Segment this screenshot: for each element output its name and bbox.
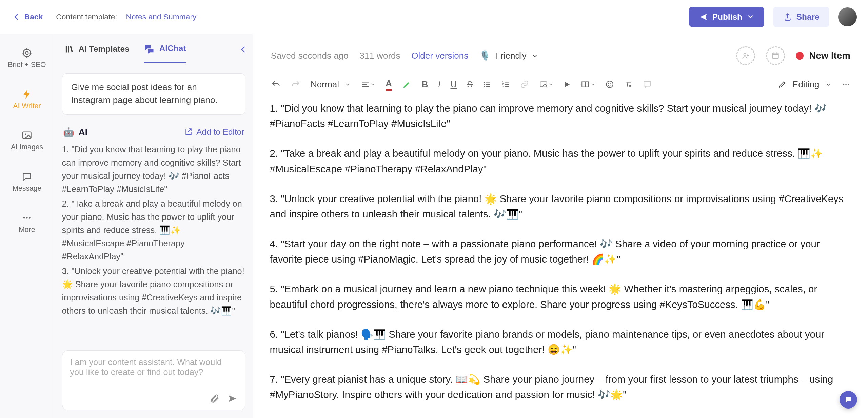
import-icon — [184, 128, 193, 137]
document-body[interactable]: 1. "Did you know that learning to play t… — [270, 101, 851, 417]
person-plus-icon — [741, 51, 750, 60]
clear-format-button[interactable] — [624, 80, 633, 89]
chevron-down-icon — [825, 81, 832, 88]
tab-ai-templates[interactable]: AI Templates — [64, 43, 130, 63]
nav-ai-writer[interactable]: AI Writer — [0, 85, 54, 113]
chat-icon — [844, 396, 852, 404]
nav-more[interactable]: More — [0, 209, 54, 237]
older-versions-link[interactable]: Older versions — [411, 50, 468, 61]
bold-button[interactable]: B — [422, 79, 428, 90]
doc-paragraph: 4. "Start your day on the right note – w… — [270, 236, 847, 267]
pencil-icon — [778, 80, 787, 89]
ai-response-line: 3. "Unlock your creative potential with … — [62, 265, 245, 318]
left-nav: Brief + SEO AI Writer AI Images Message … — [0, 34, 54, 418]
saved-status: Saved seconds ago — [271, 50, 349, 61]
item-status[interactable]: New Item — [796, 50, 850, 61]
upload-icon — [783, 13, 792, 21]
chevron-down-icon — [747, 13, 754, 21]
video-button[interactable] — [563, 81, 571, 88]
svg-point-18 — [608, 83, 609, 84]
doc-paragraph: 6. "Let's talk pianos! 🗣️🎹 Share your fa… — [270, 327, 847, 357]
chevron-down-icon — [370, 82, 375, 87]
chevron-down-icon — [344, 81, 351, 88]
svg-point-21 — [843, 84, 844, 85]
send-icon — [699, 13, 708, 21]
svg-rect-20 — [644, 82, 651, 86]
share-button[interactable]: Share — [773, 7, 829, 27]
image-icon — [21, 130, 33, 141]
number-list-button[interactable]: 123 — [501, 80, 510, 89]
undo-icon — [271, 80, 281, 89]
align-button[interactable] — [361, 80, 375, 89]
add-to-editor-button[interactable]: Add to Editor — [184, 127, 244, 137]
font-color-button[interactable]: A — [386, 78, 392, 91]
user-prompt-card: Give me social post ideas for an Instagr… — [62, 73, 245, 115]
chat-input[interactable] — [70, 357, 237, 392]
underline-button[interactable]: U — [450, 79, 457, 90]
emoji-button[interactable] — [605, 80, 614, 89]
calendar-icon — [771, 51, 780, 60]
dots-icon — [842, 80, 850, 89]
image-button[interactable] — [539, 80, 553, 89]
bullet-list-button[interactable] — [482, 80, 491, 89]
schedule-button[interactable] — [766, 46, 785, 65]
svg-point-1 — [25, 51, 28, 54]
top-bar: Back Content template: Notes and Summary… — [0, 0, 868, 34]
mode-select[interactable]: Editing — [778, 79, 831, 90]
undo-button[interactable] — [271, 80, 281, 89]
user-avatar[interactable] — [838, 7, 857, 26]
highlight-button[interactable] — [402, 80, 412, 89]
template-link[interactable]: Notes and Summary — [126, 12, 197, 21]
table-icon — [581, 80, 590, 89]
doc-paragraph: 3. "Unlock your creative potential with … — [270, 191, 847, 222]
italic-button[interactable]: I — [438, 79, 440, 90]
list-ol-icon: 123 — [501, 80, 510, 89]
more-toolbar-button[interactable] — [842, 80, 850, 89]
nav-ai-images[interactable]: AI Images — [0, 127, 54, 155]
style-select[interactable]: Normal — [311, 79, 351, 90]
clear-format-icon — [624, 80, 633, 89]
redo-button[interactable] — [291, 80, 300, 89]
strike-button[interactable]: S — [467, 79, 473, 90]
tab-ai-chat[interactable]: AIChat — [144, 43, 186, 63]
comment-button[interactable] — [643, 80, 652, 89]
paperclip-icon — [210, 394, 219, 403]
nav-message[interactable]: Message — [0, 168, 54, 196]
play-icon — [563, 81, 571, 88]
mic-icon: 🎙️ — [479, 50, 491, 61]
publish-button[interactable]: Publish — [689, 7, 764, 27]
smile-icon — [605, 80, 614, 89]
collapse-panel-button[interactable] — [239, 45, 248, 56]
send-button[interactable] — [228, 394, 237, 405]
highlight-icon — [402, 80, 412, 89]
svg-point-0 — [23, 49, 31, 57]
table-button[interactable] — [581, 80, 595, 89]
svg-point-9 — [484, 82, 485, 83]
svg-rect-2 — [23, 132, 31, 139]
send-icon — [228, 394, 237, 403]
attach-button[interactable] — [210, 394, 219, 405]
back-button[interactable]: Back — [11, 12, 43, 22]
svg-rect-15 — [540, 82, 547, 87]
nav-brief-seo[interactable]: Brief + SEO — [0, 44, 54, 72]
svg-point-3 — [25, 134, 26, 135]
bolt-icon — [21, 89, 33, 100]
chevron-down-icon — [590, 82, 595, 87]
library-icon — [64, 44, 74, 54]
help-chat-fab[interactable] — [840, 391, 857, 409]
tone-selector[interactable]: 🎙️ Friendly — [479, 50, 539, 61]
align-left-icon — [361, 80, 370, 89]
dots-icon — [21, 212, 33, 224]
ai-response-line: 2. "Take a break and play a beautiful me… — [62, 197, 245, 264]
svg-point-22 — [845, 84, 846, 85]
chevron-down-icon — [548, 82, 553, 87]
link-button[interactable] — [520, 80, 529, 89]
doc-paragraph: 1. "Did you know that learning to play t… — [270, 101, 847, 131]
comment-icon — [643, 80, 652, 89]
chevron-left-icon — [239, 45, 248, 54]
editor-area: Saved seconds ago 311 words Older versio… — [253, 34, 868, 418]
add-collaborator-button[interactable] — [736, 46, 755, 65]
chevron-left-icon — [11, 12, 21, 22]
font-a-icon: A — [386, 78, 392, 89]
svg-rect-8 — [772, 53, 778, 59]
